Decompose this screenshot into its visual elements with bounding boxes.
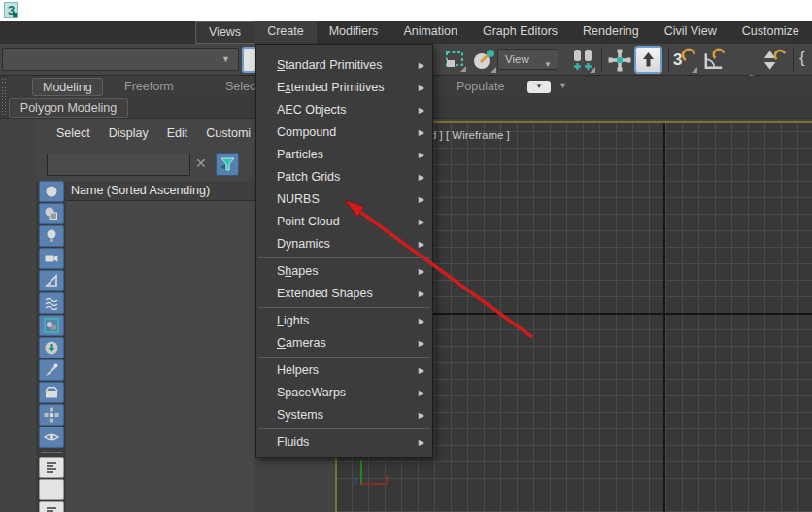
polygon-modeling-panel-tab[interactable]: Polygon Modeling (9, 98, 128, 118)
menu-item-extended-primitives[interactable]: Extended Primitives▶ (256, 77, 432, 99)
name-column-header[interactable]: Name (Sorted Ascending) (66, 181, 255, 201)
angle-snap-button[interactable] (700, 47, 727, 73)
menu-item-aec-objects[interactable]: AEC Objects▶ (256, 99, 432, 121)
display-visibility-icon[interactable] (39, 427, 64, 448)
display-shapes-icon[interactable] (39, 203, 64, 224)
menu-item-compound[interactable]: Compound▶ (256, 121, 432, 144)
submenu-arrow-icon: ▶ (419, 144, 424, 166)
menu-separator (258, 307, 430, 308)
display-cameras-icon[interactable] (39, 248, 64, 269)
display-containers-icon[interactable] (39, 382, 64, 403)
snap-magnet-icon (671, 47, 697, 73)
use-pivot-center-button[interactable] (569, 47, 595, 73)
tab-populate[interactable]: Populate (457, 78, 504, 95)
select-object-button[interactable] (634, 46, 662, 74)
explorer-icon-buttons (39, 181, 65, 512)
menu-item-nurbs[interactable]: NURBS▶ (256, 188, 432, 211)
menu-item-label: Systems (277, 408, 323, 422)
menu-item-particles[interactable]: Particles▶ (256, 144, 432, 166)
explorer-menu-customize[interactable]: Customi (206, 126, 251, 140)
menu-item-standard-primitives[interactable]: Standard Primitives▶ (256, 54, 432, 77)
menu-modifiers[interactable]: Modifiers (317, 21, 391, 44)
menu-item-label: AEC Objects (277, 103, 347, 117)
menu-item-extended-shapes[interactable]: Extended Shapes▶ (256, 283, 432, 305)
submenu-arrow-icon: ▶ (419, 310, 424, 332)
explorer-filter-button[interactable] (216, 153, 239, 176)
blank-tool-icon[interactable] (39, 479, 64, 500)
display-particles-icon[interactable] (39, 404, 64, 426)
select-and-place-button[interactable] (470, 47, 496, 73)
3dsmax-logo-icon[interactable]: 3 (4, 2, 18, 18)
scene-explorer-menubar: Select Display Edit Customi (36, 126, 255, 140)
select-and-move-button[interactable] (606, 47, 632, 73)
menu-item-helpers[interactable]: Helpers▶ (256, 359, 432, 382)
selection-set-combobox[interactable]: ▼ (2, 48, 239, 71)
menu-animation[interactable]: Animation (390, 21, 470, 44)
menu-item-label: SpaceWarps (277, 386, 346, 399)
snaps-toggle-button[interactable]: 3 (671, 47, 697, 73)
submenu-arrow-icon: ▶ (419, 332, 424, 355)
menu-rendering[interactable]: Rendering (570, 21, 652, 44)
use-pivot-center-icon (570, 48, 595, 73)
display-helpers-icon[interactable] (39, 270, 64, 291)
menu-item-label: Extended Shapes (277, 287, 373, 300)
tab-freeform[interactable]: Freeform (115, 78, 184, 96)
submenu-arrow-icon: ▶ (419, 359, 424, 382)
menu-graph-editors[interactable]: Graph Editors (470, 21, 570, 44)
clear-search-icon[interactable]: ✕ (195, 155, 207, 171)
viewport-label[interactable]: d ] [ Wireframe ] (430, 129, 510, 141)
menu-item-cameras[interactable]: Cameras▶ (256, 332, 432, 355)
menu-item-label: Particles (277, 148, 323, 161)
menu-separator (258, 357, 430, 358)
menu-item-patch-grids[interactable]: Patch Grids▶ (256, 166, 432, 188)
menu-create[interactable]: Create (254, 21, 317, 44)
world-axis-z-label: z (354, 475, 358, 486)
explorer-item-list[interactable] (66, 201, 255, 512)
display-xrefs-icon[interactable] (39, 337, 64, 358)
menu-tearoff-handle[interactable] (259, 51, 429, 51)
explorer-search-input[interactable] (47, 154, 190, 176)
menu-item-label: Lights (277, 314, 309, 327)
menu-item-label: NURBS (277, 192, 320, 206)
display-geometry-icon[interactable] (39, 181, 64, 202)
filter-funnel-icon (219, 155, 236, 173)
reference-coordinate-dropdown[interactable]: View ▼ (497, 49, 558, 70)
spinner-snap-button[interactable] (761, 47, 787, 73)
submenu-arrow-icon: ▶ (419, 188, 424, 211)
menu-customize[interactable]: Customize (729, 21, 812, 44)
menu-item-fluids[interactable]: Fluids▶ (256, 431, 432, 454)
ribbon-minimize-button[interactable]: ▼ (527, 81, 551, 93)
submenu-arrow-icon: ▶ (419, 211, 424, 233)
display-bones-icon[interactable] (39, 359, 64, 381)
explorer-menu-display[interactable]: Display (109, 126, 149, 140)
display-lights-icon[interactable] (39, 225, 64, 247)
submenu-arrow-icon: ▶ (419, 166, 424, 188)
submenu-arrow-icon: ▶ (419, 404, 424, 427)
tab-modeling[interactable]: Modeling (32, 78, 103, 96)
display-groups-icon[interactable] (39, 315, 64, 336)
toolbar-separator (601, 47, 602, 72)
ribbon-drag-handle[interactable] (1, 78, 7, 117)
chevron-down-icon[interactable]: ▼ (558, 81, 567, 90)
display-spacewarps-icon[interactable] (39, 292, 64, 314)
menu-item-dynamics[interactable]: Dynamics▶ (256, 233, 432, 256)
lock-cell-editing-icon[interactable] (39, 457, 64, 478)
menu-civil-view[interactable]: Civil View (652, 21, 729, 44)
select-and-place-icon (471, 48, 496, 73)
toolbar-separator (793, 47, 794, 72)
menu-item-label: Extended Primitives (277, 81, 384, 94)
explorer-menu-edit[interactable]: Edit (167, 126, 188, 140)
explorer-menu-select[interactable]: Select (56, 126, 90, 140)
angle-snap-icon (700, 47, 727, 73)
menu-item-label: Fluids (277, 435, 309, 449)
pin-explorer-icon[interactable] (39, 501, 64, 512)
menu-views[interactable]: Views (195, 21, 254, 44)
menu-item-spacewarps[interactable]: SpaceWarps▶ (256, 382, 432, 404)
menu-item-lights[interactable]: Lights▶ (256, 310, 432, 332)
chevron-down-icon: ▼ (544, 55, 552, 75)
menu-item-point-cloud[interactable]: Point Cloud▶ (256, 211, 432, 233)
menu-item-systems[interactable]: Systems▶ (256, 404, 432, 427)
submenu-arrow-icon: ▶ (419, 233, 424, 256)
selection-region-button[interactable] (441, 47, 467, 73)
menu-item-shapes[interactable]: Shapes▶ (256, 260, 432, 283)
